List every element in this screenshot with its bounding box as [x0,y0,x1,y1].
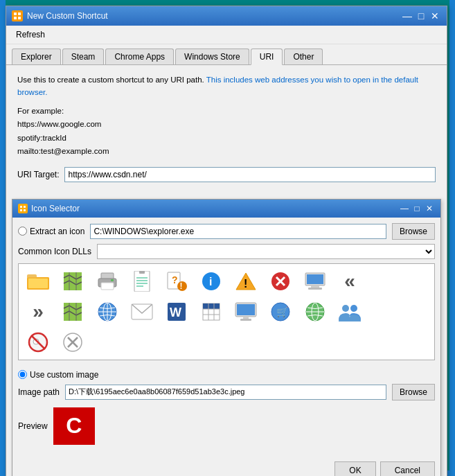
custom-image-radio[interactable] [18,370,27,379]
dialog-controls: — □ ✕ [399,203,435,214]
printer-icon [96,270,118,292]
cancel-button[interactable]: Cancel [380,461,435,476]
display-icon [235,301,257,323]
ok-button[interactable]: OK [334,461,375,476]
icon-cell-empty3[interactable] [91,328,124,357]
refresh-menu[interactable]: Refresh [12,28,49,41]
common-dll-row: Common Icon DLLs [18,244,435,259]
icon-cell-map2[interactable] [56,297,89,326]
icon-cell-folder[interactable] [21,267,55,296]
error-icon [269,270,292,292]
example-section: For example: https://www.google.com spot… [17,105,436,159]
x-circle-icon [62,331,84,353]
arrows-left-icon: « [339,270,361,292]
icon-cell-word[interactable]: W [160,297,193,326]
uri-target-row: URI Target: [17,167,436,182]
dialog-bottom-buttons: OK Cancel [12,457,440,476]
tab-chrome-apps[interactable]: Chrome Apps [105,49,174,64]
tab-steam[interactable]: Steam [62,49,105,64]
icon-cell-warning[interactable]: ! [229,267,262,296]
icon-cell-printer[interactable] [91,267,124,296]
svg-text:i: i [209,276,212,288]
uri-tab-content: Use this to create a custom shortcut to … [6,65,447,199]
notepad-icon [131,270,153,292]
icon-cell-empty4[interactable] [125,328,159,357]
svg-rect-11 [28,279,48,288]
svg-rect-39 [308,288,322,290]
svg-rect-4 [20,206,22,208]
image-browse-button[interactable]: Browse [392,384,435,400]
extract-path-input[interactable] [90,224,386,239]
globe-icon [96,301,118,323]
close-button[interactable]: ✕ [429,10,441,22]
dll-select[interactable] [97,244,435,259]
extract-row: Extract an icon Browse [18,223,435,240]
dialog-content: Extract an icon Browse Common Icon DLLs [12,218,440,370]
svg-rect-58 [243,317,249,319]
svg-text:!: ! [180,281,183,291]
tab-windows-store[interactable]: Windows Store [175,49,249,64]
uri-target-input[interactable] [64,167,436,182]
icon-cell-arrows-right[interactable]: » [21,297,55,326]
svg-rect-51 [203,303,220,309]
computer-icon [304,270,326,292]
icon-cell-notepad[interactable] [125,267,159,296]
icon-cell-map[interactable] [56,267,89,296]
shopping-icon: 🛒 [269,301,292,323]
extract-browse-button[interactable]: Browse [392,223,435,240]
minimize-button[interactable]: — [401,10,413,22]
info-text: Use this to create a custom shortcut to … [17,73,436,99]
dialog-title-left: Icon Selector [18,204,80,213]
icon-cell-x-circle[interactable] [56,328,89,357]
svg-rect-3 [18,17,21,19]
icon-cell-empty6[interactable] [195,328,228,357]
svg-rect-19 [134,271,150,292]
icon-cell-info[interactable]: i [195,267,228,296]
extract-radio[interactable] [18,227,27,236]
icon-cell-globe2[interactable] [298,297,332,326]
icon-cell-no-sign[interactable] [21,328,55,357]
icon-cell-arrows-left[interactable]: « [333,267,366,296]
icon-cell-empty8[interactable] [264,328,297,357]
svg-rect-40 [64,303,82,321]
dialog-close-button[interactable]: ✕ [424,203,435,214]
icon-cell-empty5[interactable] [160,328,193,357]
icon-cell-users[interactable] [333,297,366,326]
icon-cell-computer[interactable] [298,267,332,296]
title-bar-left: New Custom Shortcut [12,10,108,21]
uri-target-label: URI Target: [17,170,59,179]
example-label: For example: [17,105,436,118]
image-path-input[interactable] [65,385,386,400]
icon-cell-shopping[interactable]: 🛒 [264,297,297,326]
svg-rect-1 [18,12,21,15]
svg-rect-2 [14,17,17,19]
window-icon [12,10,23,21]
icon-cell-empty9[interactable] [298,328,332,357]
custom-image-label: Use custom image [30,370,98,380]
extract-radio-label[interactable]: Extract an icon [18,227,84,236]
icon-cell-mail[interactable] [125,297,159,326]
dialog-minimize-button[interactable]: — [399,203,410,214]
tab-explorer[interactable]: Explorer [12,49,61,64]
icon-cell-globe[interactable] [91,297,124,326]
icon-cell-spreadsheet[interactable] [195,297,228,326]
icon-cell-empty10[interactable] [333,328,366,357]
icon-cell-empty2[interactable] [368,297,401,326]
icon-cell-empty7[interactable] [229,328,262,357]
dialog-title-bar: Icon Selector — □ ✕ [12,200,440,218]
tab-uri[interactable]: URI [251,49,283,65]
icon-cell-doc-question[interactable]: ? ! [160,267,193,296]
maximize-button[interactable]: □ [415,10,427,22]
custom-image-section: Use custom image Image path Browse Previ… [12,370,440,457]
svg-rect-37 [307,274,323,284]
dialog-maximize-button[interactable]: □ [411,203,422,214]
svg-rect-20 [139,271,145,274]
icon-cell-empty11[interactable] [368,328,401,357]
word-icon: W [166,301,188,323]
info-description: Use this to create a custom shortcut to … [17,76,204,84]
spreadsheet-icon [200,301,222,323]
icon-cell-empty1[interactable] [368,267,401,296]
icon-cell-error[interactable] [264,267,297,296]
icon-cell-display[interactable] [229,297,262,326]
tab-other[interactable]: Other [284,49,323,64]
